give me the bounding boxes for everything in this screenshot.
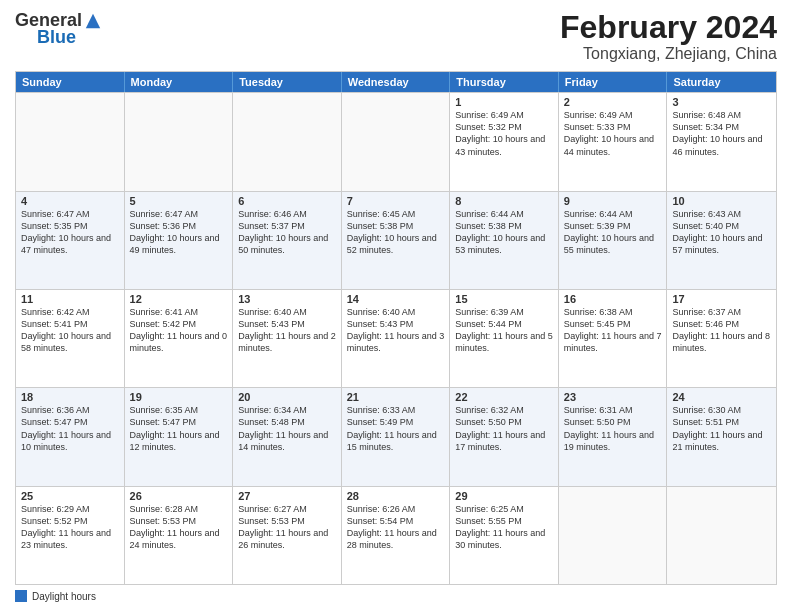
calendar-cell: 6Sunrise: 6:46 AM Sunset: 5:37 PM Daylig…	[233, 192, 342, 289]
cell-date-number: 12	[130, 293, 228, 305]
calendar-cell	[667, 487, 776, 584]
calendar-cell: 17Sunrise: 6:37 AM Sunset: 5:46 PM Dayli…	[667, 290, 776, 387]
cell-date-number: 5	[130, 195, 228, 207]
page: General Blue February 2024 Tongxiang, Zh…	[0, 0, 792, 612]
calendar-cell: 22Sunrise: 6:32 AM Sunset: 5:50 PM Dayli…	[450, 388, 559, 485]
cell-date-number: 10	[672, 195, 771, 207]
cell-info-text: Sunrise: 6:35 AM Sunset: 5:47 PM Dayligh…	[130, 404, 228, 453]
cell-date-number: 4	[21, 195, 119, 207]
calendar-cell: 11Sunrise: 6:42 AM Sunset: 5:41 PM Dayli…	[16, 290, 125, 387]
calendar-cell: 19Sunrise: 6:35 AM Sunset: 5:47 PM Dayli…	[125, 388, 234, 485]
month-title: February 2024	[560, 10, 777, 45]
cell-info-text: Sunrise: 6:42 AM Sunset: 5:41 PM Dayligh…	[21, 306, 119, 355]
cell-date-number: 23	[564, 391, 662, 403]
cell-info-text: Sunrise: 6:43 AM Sunset: 5:40 PM Dayligh…	[672, 208, 771, 257]
cell-info-text: Sunrise: 6:28 AM Sunset: 5:53 PM Dayligh…	[130, 503, 228, 552]
cell-date-number: 13	[238, 293, 336, 305]
calendar-cell: 29Sunrise: 6:25 AM Sunset: 5:55 PM Dayli…	[450, 487, 559, 584]
cell-info-text: Sunrise: 6:39 AM Sunset: 5:44 PM Dayligh…	[455, 306, 553, 355]
cell-date-number: 15	[455, 293, 553, 305]
cell-info-text: Sunrise: 6:34 AM Sunset: 5:48 PM Dayligh…	[238, 404, 336, 453]
calendar-week-2: 4Sunrise: 6:47 AM Sunset: 5:35 PM Daylig…	[16, 191, 776, 289]
day-header-wednesday: Wednesday	[342, 72, 451, 92]
logo: General Blue	[15, 10, 102, 48]
calendar-week-4: 18Sunrise: 6:36 AM Sunset: 5:47 PM Dayli…	[16, 387, 776, 485]
logo-blue-text: Blue	[37, 27, 76, 48]
calendar-cell: 24Sunrise: 6:30 AM Sunset: 5:51 PM Dayli…	[667, 388, 776, 485]
cell-date-number: 18	[21, 391, 119, 403]
cell-info-text: Sunrise: 6:44 AM Sunset: 5:38 PM Dayligh…	[455, 208, 553, 257]
cell-date-number: 8	[455, 195, 553, 207]
calendar-cell	[233, 93, 342, 190]
cell-info-text: Sunrise: 6:29 AM Sunset: 5:52 PM Dayligh…	[21, 503, 119, 552]
cell-info-text: Sunrise: 6:30 AM Sunset: 5:51 PM Dayligh…	[672, 404, 771, 453]
calendar-cell	[559, 487, 668, 584]
cell-date-number: 27	[238, 490, 336, 502]
cell-info-text: Sunrise: 6:45 AM Sunset: 5:38 PM Dayligh…	[347, 208, 445, 257]
cell-date-number: 6	[238, 195, 336, 207]
cell-info-text: Sunrise: 6:25 AM Sunset: 5:55 PM Dayligh…	[455, 503, 553, 552]
calendar-cell: 7Sunrise: 6:45 AM Sunset: 5:38 PM Daylig…	[342, 192, 451, 289]
cell-info-text: Sunrise: 6:32 AM Sunset: 5:50 PM Dayligh…	[455, 404, 553, 453]
calendar-cell: 28Sunrise: 6:26 AM Sunset: 5:54 PM Dayli…	[342, 487, 451, 584]
cell-date-number: 21	[347, 391, 445, 403]
calendar-cell: 14Sunrise: 6:40 AM Sunset: 5:43 PM Dayli…	[342, 290, 451, 387]
day-header-tuesday: Tuesday	[233, 72, 342, 92]
calendar: SundayMondayTuesdayWednesdayThursdayFrid…	[15, 71, 777, 585]
day-header-sunday: Sunday	[16, 72, 125, 92]
calendar-cell: 20Sunrise: 6:34 AM Sunset: 5:48 PM Dayli…	[233, 388, 342, 485]
cell-info-text: Sunrise: 6:49 AM Sunset: 5:32 PM Dayligh…	[455, 109, 553, 158]
cell-info-text: Sunrise: 6:37 AM Sunset: 5:46 PM Dayligh…	[672, 306, 771, 355]
cell-date-number: 19	[130, 391, 228, 403]
cell-date-number: 1	[455, 96, 553, 108]
calendar-cell: 13Sunrise: 6:40 AM Sunset: 5:43 PM Dayli…	[233, 290, 342, 387]
calendar-cell: 4Sunrise: 6:47 AM Sunset: 5:35 PM Daylig…	[16, 192, 125, 289]
cell-info-text: Sunrise: 6:26 AM Sunset: 5:54 PM Dayligh…	[347, 503, 445, 552]
cell-info-text: Sunrise: 6:33 AM Sunset: 5:49 PM Dayligh…	[347, 404, 445, 453]
calendar-cell	[342, 93, 451, 190]
cell-info-text: Sunrise: 6:40 AM Sunset: 5:43 PM Dayligh…	[347, 306, 445, 355]
cell-info-text: Sunrise: 6:47 AM Sunset: 5:36 PM Dayligh…	[130, 208, 228, 257]
legend: Daylight hours	[15, 590, 777, 602]
calendar-cell: 27Sunrise: 6:27 AM Sunset: 5:53 PM Dayli…	[233, 487, 342, 584]
calendar-cell: 18Sunrise: 6:36 AM Sunset: 5:47 PM Dayli…	[16, 388, 125, 485]
cell-date-number: 25	[21, 490, 119, 502]
calendar-cell: 15Sunrise: 6:39 AM Sunset: 5:44 PM Dayli…	[450, 290, 559, 387]
cell-info-text: Sunrise: 6:38 AM Sunset: 5:45 PM Dayligh…	[564, 306, 662, 355]
legend-color-box	[15, 590, 27, 602]
calendar-body: 1Sunrise: 6:49 AM Sunset: 5:32 PM Daylig…	[16, 92, 776, 584]
cell-date-number: 29	[455, 490, 553, 502]
cell-date-number: 20	[238, 391, 336, 403]
day-header-thursday: Thursday	[450, 72, 559, 92]
legend-label: Daylight hours	[32, 591, 96, 602]
calendar-week-5: 25Sunrise: 6:29 AM Sunset: 5:52 PM Dayli…	[16, 486, 776, 584]
calendar-cell: 10Sunrise: 6:43 AM Sunset: 5:40 PM Dayli…	[667, 192, 776, 289]
cell-date-number: 17	[672, 293, 771, 305]
calendar-week-3: 11Sunrise: 6:42 AM Sunset: 5:41 PM Dayli…	[16, 289, 776, 387]
cell-date-number: 22	[455, 391, 553, 403]
cell-date-number: 9	[564, 195, 662, 207]
title-block: February 2024 Tongxiang, Zhejiang, China	[560, 10, 777, 63]
calendar-week-1: 1Sunrise: 6:49 AM Sunset: 5:32 PM Daylig…	[16, 92, 776, 190]
cell-date-number: 16	[564, 293, 662, 305]
day-header-saturday: Saturday	[667, 72, 776, 92]
cell-info-text: Sunrise: 6:46 AM Sunset: 5:37 PM Dayligh…	[238, 208, 336, 257]
cell-info-text: Sunrise: 6:31 AM Sunset: 5:50 PM Dayligh…	[564, 404, 662, 453]
calendar-cell: 9Sunrise: 6:44 AM Sunset: 5:39 PM Daylig…	[559, 192, 668, 289]
calendar-cell: 2Sunrise: 6:49 AM Sunset: 5:33 PM Daylig…	[559, 93, 668, 190]
calendar-cell: 3Sunrise: 6:48 AM Sunset: 5:34 PM Daylig…	[667, 93, 776, 190]
cell-info-text: Sunrise: 6:27 AM Sunset: 5:53 PM Dayligh…	[238, 503, 336, 552]
cell-info-text: Sunrise: 6:40 AM Sunset: 5:43 PM Dayligh…	[238, 306, 336, 355]
cell-date-number: 14	[347, 293, 445, 305]
header: General Blue February 2024 Tongxiang, Zh…	[15, 10, 777, 63]
cell-date-number: 28	[347, 490, 445, 502]
calendar-cell: 25Sunrise: 6:29 AM Sunset: 5:52 PM Dayli…	[16, 487, 125, 584]
cell-date-number: 24	[672, 391, 771, 403]
calendar-cell: 8Sunrise: 6:44 AM Sunset: 5:38 PM Daylig…	[450, 192, 559, 289]
cell-info-text: Sunrise: 6:36 AM Sunset: 5:47 PM Dayligh…	[21, 404, 119, 453]
calendar-header: SundayMondayTuesdayWednesdayThursdayFrid…	[16, 72, 776, 92]
calendar-cell: 21Sunrise: 6:33 AM Sunset: 5:49 PM Dayli…	[342, 388, 451, 485]
cell-date-number: 26	[130, 490, 228, 502]
cell-info-text: Sunrise: 6:49 AM Sunset: 5:33 PM Dayligh…	[564, 109, 662, 158]
calendar-cell: 23Sunrise: 6:31 AM Sunset: 5:50 PM Dayli…	[559, 388, 668, 485]
